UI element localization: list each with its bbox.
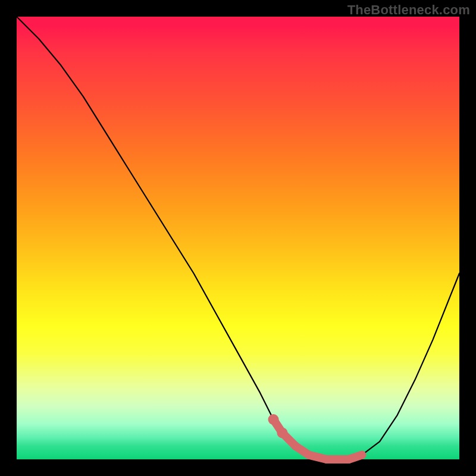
optimal-marker-dot bbox=[336, 455, 344, 464]
optimal-marker-dot bbox=[268, 414, 279, 425]
optimal-marker-dot bbox=[322, 455, 331, 464]
chart-svg bbox=[17, 17, 459, 459]
bottleneck-curve bbox=[17, 17, 459, 459]
optimal-marker-dot bbox=[277, 427, 287, 438]
watermark-text: TheBottleneck.com bbox=[347, 2, 470, 18]
optimal-marker-dot bbox=[292, 442, 300, 450]
optimal-band-markers bbox=[274, 419, 362, 459]
optimal-marker-dot bbox=[358, 451, 366, 459]
optimal-marker-dot bbox=[345, 455, 353, 464]
optimal-marker-dot bbox=[305, 451, 313, 459]
chart-frame: TheBottleneck.com bbox=[0, 0, 476, 476]
